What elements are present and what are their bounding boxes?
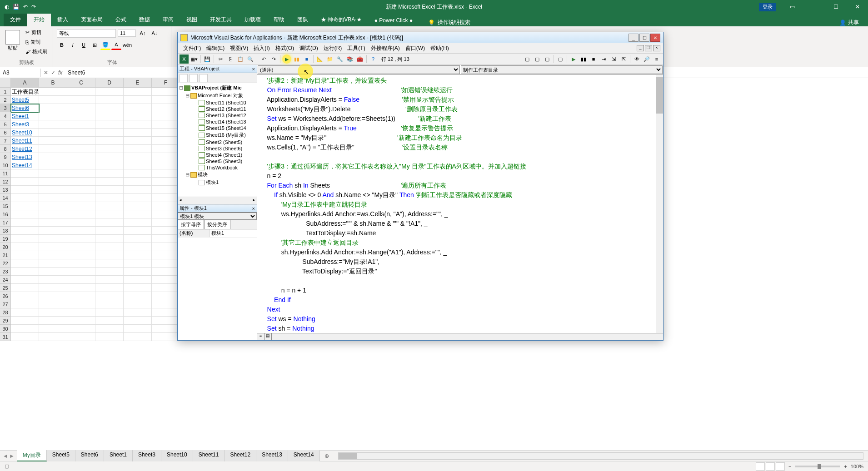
cell[interactable]: 工作表目录 [11, 88, 39, 96]
cell[interactable] [11, 227, 39, 235]
row-header[interactable]: 28 [0, 308, 11, 317]
cell[interactable] [124, 104, 152, 112]
sheet-tab[interactable]: My目录 [17, 450, 47, 461]
cell[interactable] [67, 243, 95, 251]
cell[interactable] [67, 251, 95, 259]
cell[interactable] [95, 161, 124, 169]
cell[interactable]: Sheet1 [11, 112, 39, 120]
tab-powerclick[interactable]: ● Power Click ● [368, 15, 419, 26]
cell[interactable] [67, 161, 95, 169]
view-object-icon[interactable] [190, 74, 198, 82]
cell[interactable] [152, 153, 180, 161]
cell[interactable] [39, 96, 67, 104]
cell[interactable] [124, 292, 152, 300]
cell[interactable] [11, 317, 39, 325]
cell[interactable] [67, 235, 95, 243]
toggle-folders-icon[interactable] [200, 74, 208, 82]
cell[interactable] [95, 112, 124, 120]
cell[interactable] [124, 96, 152, 104]
ribbon-options-icon[interactable]: ▭ [782, 0, 803, 14]
cell[interactable] [39, 333, 67, 341]
fx-icon[interactable]: fx [58, 69, 62, 76]
zoom-in-icon[interactable]: + [844, 464, 847, 469]
zoom-slider[interactable] [795, 466, 840, 467]
row-header[interactable]: 29 [0, 317, 11, 325]
cell[interactable] [152, 251, 180, 259]
row-header[interactable]: 15 [0, 202, 11, 210]
cell[interactable] [152, 137, 180, 145]
redo-icon[interactable]: ↷ [31, 4, 36, 10]
cell[interactable] [124, 161, 152, 169]
cell[interactable] [124, 235, 152, 243]
cell[interactable] [124, 112, 152, 120]
cell[interactable] [95, 300, 124, 308]
vba-menu-item[interactable]: 调试(D) [297, 44, 321, 53]
tab-review[interactable]: 审阅 [156, 13, 180, 26]
cell[interactable] [67, 194, 95, 202]
cell[interactable] [39, 120, 67, 129]
cell[interactable] [39, 169, 67, 178]
tree-hscroll[interactable] [178, 197, 257, 204]
cell[interactable] [67, 218, 95, 227]
cell[interactable] [95, 169, 124, 178]
fill-color-button[interactable]: 🪣 [100, 40, 110, 50]
cell[interactable] [124, 186, 152, 194]
vba-doc-minimize-icon[interactable]: _ [637, 45, 644, 51]
cell[interactable] [11, 178, 39, 186]
cell[interactable] [124, 137, 152, 145]
tab-data[interactable]: 数据 [133, 13, 156, 26]
row-header[interactable]: 23 [0, 268, 11, 276]
cell[interactable]: Sheet5 [11, 96, 39, 104]
row-header[interactable]: 7 [0, 137, 11, 145]
cell[interactable]: Sheet14 [11, 161, 39, 169]
vba-break-icon[interactable]: ▮▮ [292, 55, 301, 64]
cell[interactable] [152, 276, 180, 284]
vba-menu-item[interactable]: 帮助(H) [428, 44, 452, 53]
tree-node-sheet[interactable]: Sheet14 (Sheet13 [179, 119, 256, 125]
cell[interactable] [95, 317, 124, 325]
proc-view-icon[interactable]: ▤ [264, 333, 272, 340]
col-header[interactable]: A [11, 78, 39, 87]
select-all-corner[interactable] [0, 78, 11, 87]
cell[interactable] [152, 194, 180, 202]
vba-menu-item[interactable]: 视图(V) [227, 44, 251, 53]
vba-undo-icon[interactable]: ↶ [259, 55, 268, 64]
cell[interactable] [124, 317, 152, 325]
row-header[interactable]: 19 [0, 235, 11, 243]
cell[interactable] [67, 202, 95, 210]
cell[interactable] [11, 235, 39, 243]
tab-nav-prev-icon[interactable]: ◄ [3, 453, 8, 459]
sheet-tab[interactable]: Sheet3 [133, 450, 161, 461]
cell[interactable] [11, 292, 39, 300]
cell[interactable] [67, 169, 95, 178]
close-icon[interactable]: ✕ [847, 0, 868, 14]
font-size-select[interactable]: 11 [118, 30, 136, 37]
cell[interactable] [152, 112, 180, 120]
tree-node-sheet[interactable]: Sheet4 (Sheet1) [179, 152, 256, 158]
col-header[interactable]: B [39, 78, 67, 87]
tree-node-sheet[interactable]: Sheet13 (Sheet12 [179, 112, 256, 119]
cell[interactable] [95, 120, 124, 129]
tell-me[interactable]: 💡 操作说明搜索 [428, 19, 470, 26]
page-layout-view-icon[interactable] [766, 462, 775, 471]
row-header[interactable]: 26 [0, 292, 11, 300]
cell[interactable] [95, 243, 124, 251]
cancel-formula-icon[interactable]: ✕ [44, 69, 48, 76]
props-tab-cat[interactable]: 按分类序 [204, 220, 230, 229]
cell[interactable] [67, 268, 95, 276]
vba-find-icon[interactable]: 🔍 [246, 55, 255, 64]
vba-tb2-4[interactable]: ▢ [556, 55, 565, 64]
cell[interactable] [152, 104, 180, 112]
cell[interactable] [95, 145, 124, 153]
cell[interactable] [124, 145, 152, 153]
vba-step-icon[interactable]: ⇥ [599, 55, 608, 64]
cell[interactable]: Sheet12 [11, 145, 39, 153]
cell[interactable] [39, 153, 67, 161]
cell[interactable] [95, 292, 124, 300]
cell[interactable] [124, 153, 152, 161]
cell[interactable] [11, 308, 39, 317]
share-button[interactable]: 👤 共享 [839, 19, 859, 26]
cell[interactable] [152, 292, 180, 300]
tab-vba[interactable]: ★·神奇的VBA·★ [314, 13, 368, 26]
cell[interactable] [95, 268, 124, 276]
